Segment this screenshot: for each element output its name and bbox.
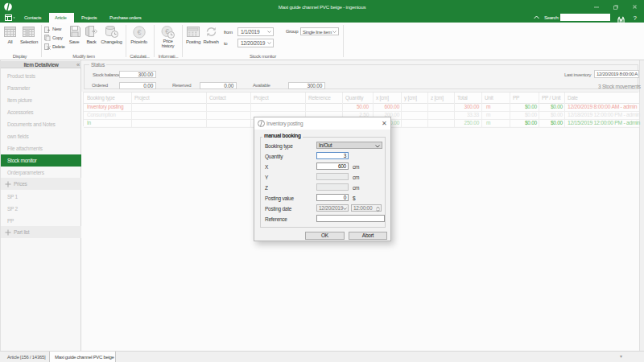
svg-text:€: € <box>137 28 141 36</box>
